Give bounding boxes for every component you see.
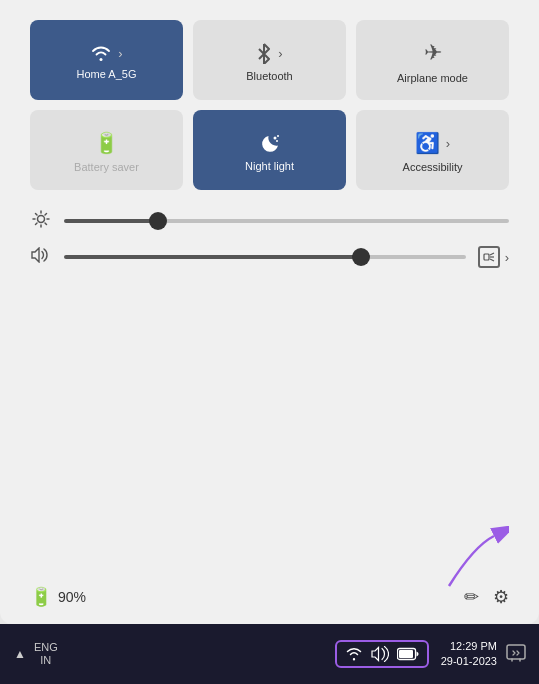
- volume-slider[interactable]: [64, 255, 466, 259]
- svg-rect-12: [484, 254, 489, 260]
- taskbar: ▲ ENG IN 12:29 PM 29-01-2023: [0, 624, 539, 684]
- taskbar-left: ▲ ENG IN: [0, 641, 58, 667]
- airplane-label: Airplane mode: [397, 72, 468, 84]
- quick-tiles-grid: › Home A_5G › Bluetooth ✈ Airplane m: [30, 20, 509, 190]
- taskbar-lang-region: IN: [34, 654, 58, 667]
- battery-saver-icon: 🔋: [94, 131, 119, 155]
- svg-line-14: [490, 259, 494, 261]
- volume-slider-container[interactable]: [64, 247, 466, 267]
- volume-row: ›: [30, 246, 509, 268]
- taskbar-volume-icon: [371, 646, 389, 662]
- speaker-device[interactable]: ›: [478, 246, 509, 268]
- bluetooth-icon: [256, 42, 272, 64]
- svg-point-2: [276, 140, 278, 142]
- svg-rect-18: [399, 650, 413, 658]
- wifi-label: Home A_5G: [77, 68, 137, 80]
- accessibility-chevron: ›: [446, 136, 450, 151]
- taskbar-battery-icon: [397, 647, 419, 661]
- svg-point-3: [38, 216, 45, 223]
- svg-point-1: [277, 135, 279, 137]
- airplane-icon: ✈: [424, 40, 442, 66]
- svg-line-13: [490, 253, 494, 255]
- edit-icon[interactable]: ✏: [464, 586, 479, 608]
- taskbar-date-value: 29-01-2023: [441, 654, 497, 669]
- accessibility-icon: ♿: [415, 131, 440, 155]
- svg-point-0: [273, 137, 276, 140]
- brightness-icon: [30, 210, 52, 232]
- svg-line-11: [36, 223, 38, 225]
- battery-percent: 90%: [58, 589, 86, 605]
- wifi-icon: [90, 44, 112, 62]
- svg-line-10: [45, 214, 47, 216]
- taskbar-system-tray[interactable]: [335, 640, 429, 668]
- airplane-tile[interactable]: ✈ Airplane mode: [356, 20, 509, 100]
- accessibility-label: Accessibility: [403, 161, 463, 173]
- taskbar-lang-text: ENG: [34, 641, 58, 654]
- night-light-icon: [259, 132, 281, 154]
- night-light-label: Night light: [245, 160, 294, 172]
- bluetooth-tile[interactable]: › Bluetooth: [193, 20, 346, 100]
- brightness-slider[interactable]: [64, 219, 509, 223]
- bluetooth-chevron: ›: [278, 46, 282, 61]
- footer-icons: ✏ ⚙: [464, 586, 509, 608]
- taskbar-time-value: 12:29 PM: [441, 639, 497, 654]
- speaker-chevron: ›: [505, 250, 509, 265]
- svg-rect-19: [507, 645, 525, 659]
- sliders-section: ›: [30, 210, 509, 268]
- taskbar-wifi-icon: [345, 646, 363, 662]
- brightness-slider-container[interactable]: [64, 211, 509, 231]
- svg-line-8: [36, 214, 38, 216]
- taskbar-time[interactable]: 12:29 PM 29-01-2023: [441, 639, 497, 670]
- svg-line-9: [45, 223, 47, 225]
- quick-settings-panel: › Home A_5G › Bluetooth ✈ Airplane m: [0, 0, 539, 624]
- wifi-tile[interactable]: › Home A_5G: [30, 20, 183, 100]
- battery-saver-tile[interactable]: 🔋 Battery saver: [30, 110, 183, 190]
- accessibility-tile[interactable]: ♿ › Accessibility: [356, 110, 509, 190]
- speaker-box-icon: [478, 246, 500, 268]
- wifi-chevron: ›: [118, 46, 122, 61]
- taskbar-language[interactable]: ENG IN: [34, 641, 58, 667]
- battery-icon: 🔋: [30, 586, 52, 608]
- settings-icon[interactable]: ⚙: [493, 586, 509, 608]
- taskbar-expand-icon[interactable]: ▲: [14, 647, 26, 661]
- brightness-row: [30, 210, 509, 232]
- panel-footer: 🔋 90% ✏ ⚙: [30, 586, 509, 608]
- battery-saver-label: Battery saver: [74, 161, 139, 173]
- night-light-tile[interactable]: Night light: [193, 110, 346, 190]
- battery-info: 🔋 90%: [30, 586, 86, 608]
- volume-icon: [30, 247, 52, 267]
- bluetooth-label: Bluetooth: [246, 70, 292, 82]
- taskbar-notification-icon[interactable]: [505, 641, 527, 668]
